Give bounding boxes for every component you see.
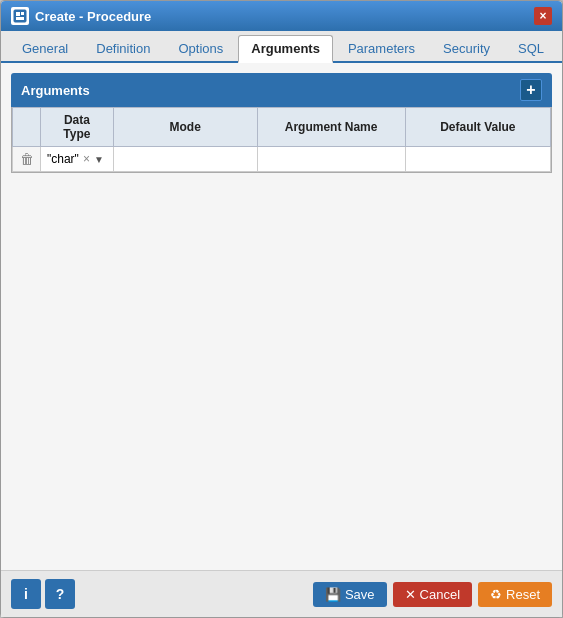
window-title: Create - Procedure (35, 9, 151, 24)
save-button[interactable]: 💾 Save (313, 582, 387, 607)
svg-rect-2 (21, 12, 24, 15)
col-header-argname: Argument Name (257, 108, 405, 147)
table-row: 🗑 "char" × ▼ (13, 147, 551, 172)
footer-right: 💾 Save ✕ Cancel ♻ Reset (313, 582, 552, 607)
tab-parameters[interactable]: Parameters (335, 35, 428, 61)
row-argname-cell[interactable] (257, 147, 405, 172)
tab-arguments[interactable]: Arguments (238, 35, 333, 63)
section-header: Arguments + (11, 73, 552, 107)
title-bar: Create - Procedure × (1, 1, 562, 31)
section-title: Arguments (21, 83, 90, 98)
arguments-table: Data Type Mode Argument Name Default Val… (12, 107, 551, 172)
datatype-value: "char" (47, 152, 79, 166)
cancel-icon: ✕ (405, 587, 416, 602)
save-label: Save (345, 587, 375, 602)
tab-sql[interactable]: SQL (505, 35, 557, 61)
svg-rect-1 (16, 12, 20, 16)
col-header-datatype: Data Type (41, 108, 114, 147)
main-content: Arguments + Data Type Mode Argument Name… (1, 63, 562, 570)
tab-definition[interactable]: Definition (83, 35, 163, 61)
default-input[interactable] (412, 153, 544, 167)
arguments-table-wrapper: Data Type Mode Argument Name Default Val… (11, 107, 552, 173)
col-header-mode: Mode (113, 108, 257, 147)
row-datatype-cell: "char" × ▼ (41, 147, 114, 172)
tab-options[interactable]: Options (165, 35, 236, 61)
col-header-delete (13, 108, 41, 147)
cancel-label: Cancel (420, 587, 460, 602)
delete-row-button[interactable]: 🗑 (20, 151, 34, 167)
info-button[interactable]: i (11, 579, 41, 609)
reset-label: Reset (506, 587, 540, 602)
row-mode-cell[interactable] (113, 147, 257, 172)
argname-input[interactable] (264, 153, 399, 167)
reset-icon: ♻ (490, 587, 502, 602)
reset-button[interactable]: ♻ Reset (478, 582, 552, 607)
tab-general[interactable]: General (9, 35, 81, 61)
row-delete-cell: 🗑 (13, 147, 41, 172)
add-argument-button[interactable]: + (520, 79, 542, 101)
clear-datatype-button[interactable]: × (81, 152, 92, 166)
save-icon: 💾 (325, 587, 341, 602)
svg-rect-3 (16, 17, 24, 20)
footer: i ? 💾 Save ✕ Cancel ♻ Reset (1, 570, 562, 617)
title-bar-left: Create - Procedure (11, 7, 151, 25)
mode-input[interactable] (120, 153, 251, 167)
main-window: Create - Procedure × General Definition … (0, 0, 563, 618)
window-icon (11, 7, 29, 25)
datatype-select-wrapper: "char" × ▼ (47, 152, 107, 166)
close-button[interactable]: × (534, 7, 552, 25)
tab-security[interactable]: Security (430, 35, 503, 61)
col-header-default: Default Value (405, 108, 550, 147)
datatype-dropdown-arrow[interactable]: ▼ (94, 154, 104, 165)
cancel-button[interactable]: ✕ Cancel (393, 582, 472, 607)
help-button[interactable]: ? (45, 579, 75, 609)
footer-left: i ? (11, 579, 75, 609)
tab-bar: General Definition Options Arguments Par… (1, 31, 562, 63)
row-default-cell[interactable] (405, 147, 550, 172)
